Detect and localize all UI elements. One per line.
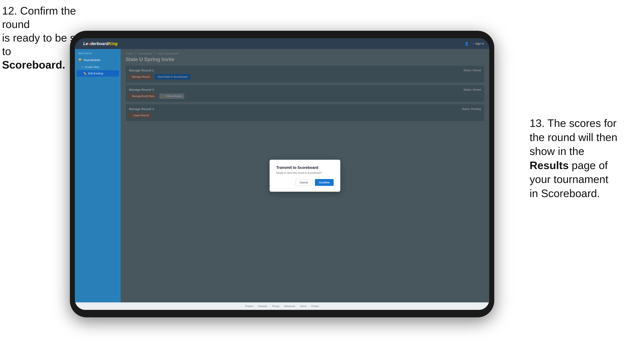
logo-leaderboard: Leaderboard <box>83 41 108 46</box>
transmit-modal: Transmit to Scoreboard Ready to send thi… <box>270 160 340 192</box>
annotation-right-line1: 13. The scores forthe round will thensho… <box>530 117 617 199</box>
plus-icon: + <box>82 65 83 69</box>
footer-link-features[interactable]: Features <box>258 305 267 307</box>
sidebar-tournaments-label: Tournaments <box>84 58 100 62</box>
sidebar-item-edit-existing[interactable]: ✏️ Edit Existing <box>76 70 119 77</box>
edit-icon: ✏️ <box>83 72 86 75</box>
sidebar-item-create-new[interactable]: + Create New <box>75 64 121 70</box>
modal-confirm-button[interactable]: Confirm <box>315 179 334 186</box>
main-area: MAIN MENU 🏆 Tournaments + Create New ✏️ … <box>75 49 489 302</box>
logo-area: LeaderboardKing <box>80 40 121 48</box>
sign-in-button[interactable]: → Sign In <box>471 42 484 45</box>
tablet-frame: LeaderboardKing 👤 → Sign In MAIN MENU 🏆 … <box>70 31 494 317</box>
top-bar-right: 👤 → Sign In <box>465 42 484 46</box>
logo-text: LeaderboardKing <box>83 41 118 46</box>
sidebar-edit-label: Edit Existing <box>88 72 103 75</box>
annotation-right: 13. The scores forthe round will thensho… <box>530 116 638 201</box>
top-bar: LeaderboardKing 👤 → Sign In <box>75 38 489 49</box>
footer-link-terms[interactable]: Terms <box>300 305 306 307</box>
logo-king: King <box>108 41 118 46</box>
sidebar: MAIN MENU 🏆 Tournaments + Create New ✏️ … <box>75 49 121 302</box>
sidebar-item-tournaments[interactable]: 🏆 Tournaments <box>75 56 121 64</box>
sign-in-icon: → <box>471 42 474 45</box>
modal-subtitle: Ready to send this round to Scoreboard? <box>276 172 334 174</box>
tablet-screen: LeaderboardKing 👤 → Sign In MAIN MENU 🏆 … <box>75 38 489 310</box>
modal-actions: Cancel Confirm <box>276 179 334 186</box>
footer: Product Features Pricing Resources Terms… <box>75 302 489 310</box>
content-area: Home > Tournaments > State U Spring Invi… <box>121 49 489 302</box>
footer-link-product[interactable]: Product <box>245 305 253 307</box>
annotation-line1: 12. Confirm the round <box>2 5 76 30</box>
footer-link-resources[interactable]: Resources <box>284 305 295 307</box>
footer-link-pricing[interactable]: Pricing <box>272 305 279 307</box>
sidebar-create-label: Create New <box>85 65 99 69</box>
sign-in-label: Sign In <box>475 42 484 45</box>
user-icon: 👤 <box>465 42 469 46</box>
main-menu-label: MAIN MENU <box>75 52 121 56</box>
trophy-icon: 🏆 <box>78 58 82 62</box>
footer-link-privacy[interactable]: Privacy <box>312 305 319 307</box>
modal-title: Transmit to Scoreboard <box>276 166 334 170</box>
annotation-line3: Scoreboard. <box>2 59 65 71</box>
modal-cancel-button[interactable]: Cancel <box>295 179 312 186</box>
modal-overlay: Transmit to Scoreboard Ready to send thi… <box>121 49 489 302</box>
